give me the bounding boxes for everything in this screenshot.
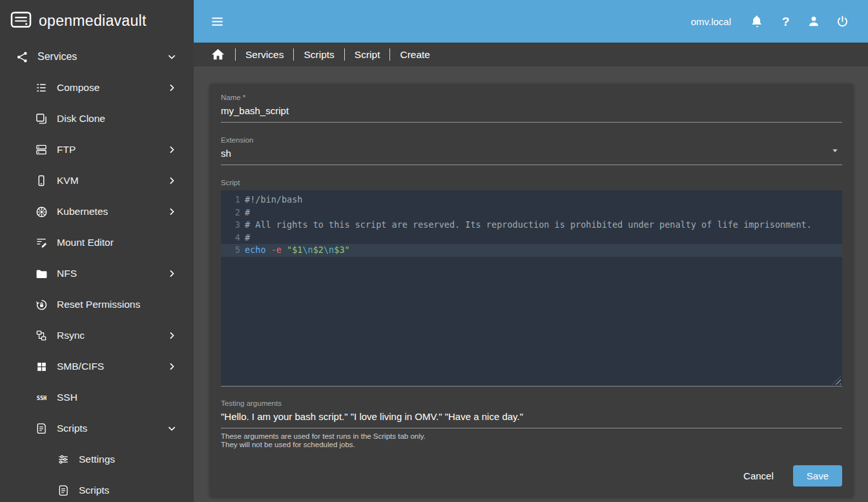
resize-handle[interactable] — [832, 376, 841, 385]
cancel-button[interactable]: Cancel — [733, 465, 784, 487]
sidebar-item-label: SSH — [57, 392, 78, 403]
ssh-icon: SSH — [34, 390, 49, 405]
chevron-right-icon — [165, 267, 178, 280]
sidebar-item-ssh[interactable]: SSHSSH — [0, 382, 194, 413]
hint-line: These arguments are used for test runs i… — [221, 432, 842, 441]
chevron-right-icon — [165, 174, 178, 187]
app-logo: openmediavault — [0, 0, 194, 41]
sidebar-nav: ServicesComposeDisk CloneFTPKVMKubernete… — [0, 41, 194, 502]
svg-text:SSH: SSH — [36, 394, 46, 401]
sidebar-item-kvm[interactable]: KVM — [0, 165, 194, 196]
sidebar-item-rsync[interactable]: Rsync — [0, 320, 194, 351]
script-editor-lines: 1#!/bin/bash2#3# All rights to this scri… — [221, 194, 842, 257]
extension-label: Extension — [221, 136, 842, 144]
sidebar-item-label: Compose — [57, 82, 99, 94]
testing-arguments-label: Testing arguments — [221, 399, 842, 407]
sidebar-item-label: Settings — [79, 454, 115, 465]
home-icon[interactable] — [210, 47, 225, 63]
network-sync-icon — [34, 328, 49, 343]
main-column: omv.local ? ServicesScriptsScriptCreate … — [194, 0, 868, 502]
compose-icon — [34, 80, 49, 95]
code-line-5: 5echo -e "$1\n$2\n$3" — [221, 244, 842, 257]
mount-editor-icon — [34, 235, 49, 250]
line-number: 1 — [221, 194, 240, 206]
windows-icon — [34, 359, 49, 374]
code-text: # All rights to this script are reserved… — [245, 219, 812, 232]
sidebar-item-disk-clone[interactable]: Disk Clone — [0, 103, 194, 134]
sidebar-item-compose[interactable]: Compose — [0, 72, 194, 103]
create-script-form: Name * my_bash_script Extension sh Scrip… — [210, 84, 853, 497]
breadcrumb-separator — [235, 48, 236, 61]
name-field: Name * my_bash_script — [221, 94, 842, 123]
name-input[interactable]: my_bash_script — [221, 105, 842, 123]
sidebar-item-ftp[interactable]: FTP — [0, 134, 194, 165]
code-line-1: 1#!/bin/bash — [221, 194, 842, 206]
sidebar-item-scripts[interactable]: Scripts — [0, 475, 194, 502]
script-icon — [56, 483, 71, 498]
topbar-right: omv.local ? — [691, 10, 854, 33]
code-text: # — [245, 206, 250, 219]
openmediavault-logo-icon — [10, 10, 32, 32]
hint-line: They will not be used for scheduled jobs… — [221, 441, 842, 449]
notifications-icon[interactable] — [745, 10, 769, 33]
line-number: 3 — [221, 219, 240, 232]
chevron-right-icon — [165, 360, 178, 373]
chevron-right-icon — [165, 143, 178, 156]
testing-arguments-input[interactable]: "Hello. I am your bash script." "I love … — [221, 411, 842, 428]
sidebar-item-settings[interactable]: Settings — [0, 444, 194, 475]
sidebar-item-label: Disk Clone — [57, 113, 105, 125]
sidebar-item-kubernetes[interactable]: Kubernetes — [0, 196, 194, 227]
sidebar-item-label: SMB/CIFS — [57, 361, 104, 372]
sidebar-item-label: Rsync — [57, 330, 85, 341]
sidebar-item-mount-editor[interactable]: Mount Editor — [0, 227, 194, 258]
kubernetes-icon — [34, 204, 49, 219]
svg-text:?: ? — [781, 14, 789, 28]
chevron-right-icon — [165, 329, 178, 342]
sidebar-item-nfs[interactable]: NFS — [0, 258, 194, 289]
sidebar-item-label: NFS — [57, 268, 77, 279]
breadcrumb-item-scripts[interactable]: Scripts — [304, 49, 334, 61]
hostname: omv.local — [691, 16, 731, 27]
chevron-right-icon — [165, 81, 178, 94]
chevron-right-icon — [165, 205, 178, 218]
save-button[interactable]: Save — [793, 465, 842, 487]
line-number: 2 — [221, 206, 240, 219]
breadcrumb-item-services[interactable]: Services — [245, 49, 284, 61]
user-icon[interactable] — [802, 10, 825, 33]
sidebar-item-label: Scripts — [79, 485, 109, 496]
chevron-down-icon — [165, 50, 178, 63]
folder-icon — [34, 266, 49, 281]
sidebar-item-label: Kubernetes — [57, 206, 108, 217]
sidebar: openmediavault ServicesComposeDisk Clone… — [0, 0, 194, 502]
sidebar-item-label: KVM — [57, 175, 79, 186]
app-title: openmediavault — [39, 12, 147, 30]
breadcrumb-item-create[interactable]: Create — [400, 49, 430, 61]
sidebar-item-scripts[interactable]: Scripts — [0, 413, 194, 444]
script-label: Script — [221, 179, 842, 186]
topbar: omv.local ? — [194, 0, 868, 43]
power-icon[interactable] — [831, 10, 854, 33]
code-text: # — [245, 232, 250, 245]
script-field: Script 1#!/bin/bash2#3# All rights to th… — [221, 179, 842, 387]
testing-arguments-hints: These arguments are used for test runs i… — [221, 432, 842, 448]
breadcrumb-item-script[interactable]: Script — [355, 49, 380, 61]
help-icon[interactable]: ? — [774, 10, 797, 33]
sidebar-item-reset-permissions[interactable]: Reset Permissions — [0, 289, 194, 320]
tune-icon — [56, 452, 71, 467]
breadcrumb-separator — [293, 48, 294, 61]
sidebar-item-label: Scripts — [57, 423, 87, 434]
extension-select[interactable]: sh — [221, 148, 842, 165]
code-text: #!/bin/bash — [245, 194, 302, 206]
sidebar-item-label: Services — [37, 51, 77, 63]
server-icon — [34, 142, 49, 157]
script-editor[interactable]: 1#!/bin/bash2#3# All rights to this scri… — [221, 190, 842, 387]
name-label: Name * — [221, 94, 842, 101]
menu-icon[interactable] — [210, 14, 225, 29]
sidebar-item-smb-cifs[interactable]: SMB/CIFS — [0, 351, 194, 382]
dropdown-caret-icon[interactable] — [829, 145, 841, 159]
code-line-3: 3# All rights to this script are reserve… — [221, 219, 842, 232]
sidebar-item-services[interactable]: Services — [0, 41, 194, 72]
content-area: Name * my_bash_script Extension sh Scrip… — [194, 66, 868, 502]
lock-reset-icon — [34, 297, 49, 312]
line-number: 5 — [221, 244, 240, 257]
